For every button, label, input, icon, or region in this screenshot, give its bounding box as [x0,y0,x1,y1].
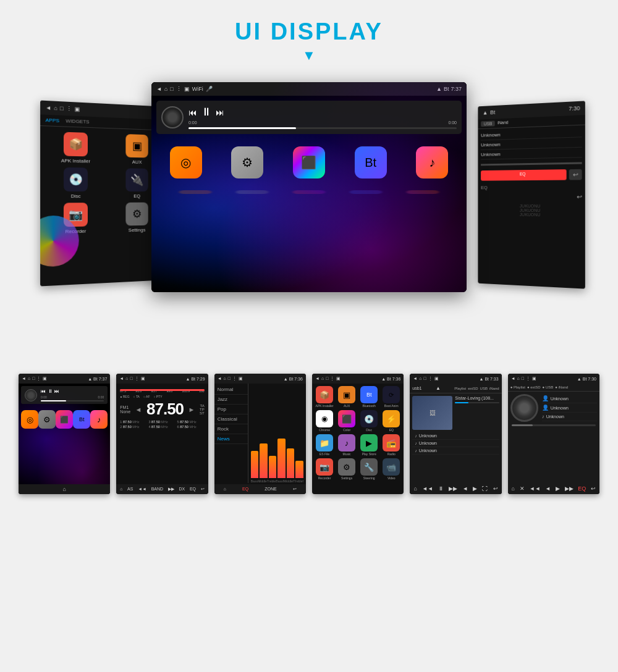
next-btn[interactable]: ▶▶ [168,487,174,492]
music-controls[interactable]: ⏮ ⏸ ⏭ [188,106,457,119]
list-item[interactable]: 🔧 Steering [359,458,379,480]
home-btn[interactable]: ⌂ [413,485,417,492]
pause-btn[interactable]: ⏸ [438,485,444,492]
list-item[interactable]: 📁 ES File [315,434,334,456]
radio-prev-btn[interactable]: ◄ [135,406,142,413]
as-btn[interactable]: AS [127,487,133,492]
radio-thumbnail[interactable]: ◄⌂□⋮▣ ▲Bt7:29 87.5 91.6 95.7 99.8 103.9 … [116,374,208,494]
radio-next-btn[interactable]: ► [188,406,195,413]
media-inand-tab[interactable]: iNand [489,387,499,390]
list-item[interactable]: 📷 Recorder [315,458,334,480]
media-thumbnail[interactable]: ◄⌂□⋮▣ ▲Bt7:33 usb1 ▲ Playlist extSD USB … [410,374,501,494]
rew-btn[interactable]: ◄ [545,485,551,492]
nav-icon-small[interactable]: ◎ [21,410,38,429]
left-screen: ◄ ⌂ □ ⋮ ▣ 7:30 APPS WIDGETS 📦 APK I [40,101,169,287]
eq-mode-jazz[interactable]: Jazz [214,395,248,405]
list-item[interactable]: 📦 APK Installer [46,132,105,164]
inand-tab[interactable]: ● iNand [555,385,568,389]
list-item[interactable]: ⬛ Color [337,410,357,432]
color-app-icon[interactable]: ⬛ [281,146,337,178]
list-item[interactable]: 💿 Disc [46,167,105,200]
back-btn[interactable]: ↩ [293,487,297,492]
list-item[interactable]: Unknown [551,406,569,410]
back-button[interactable]: ↩ [569,169,582,180]
music-player-thumbnail[interactable]: ◄⌂□⋮▣ ▲Bt7:30 ● Playlist ● extSD ● USB ●… [508,374,599,494]
list-item[interactable]: ▣ AUX [337,386,357,408]
next-btn[interactable]: ▶▶ [449,485,457,492]
media-extsd-tab[interactable]: extSD [468,387,478,390]
usb-tab[interactable]: ● USB [543,385,554,389]
list-item[interactable]: ⚡ EQ [381,410,401,432]
fullscreen-btn[interactable]: ⛶ [482,485,488,492]
list-item[interactable]: Unknown [546,414,564,419]
list-item[interactable]: 💿 Disc [359,410,379,432]
list-item[interactable]: Unknown [419,441,437,445]
home-btn[interactable]: ⌂ [62,486,66,492]
eq-mode-news[interactable]: News [214,434,248,444]
list-item[interactable]: Bt Bluetooth [359,386,379,408]
widgets-tab[interactable]: WIDGETS [66,118,89,125]
list-item[interactable]: Unknown [551,397,569,401]
apps-thumb-time: 7:36 [392,377,401,381]
prev-btn[interactable]: ◄◄ [529,485,540,492]
list-item[interactable]: ⚙ Settings [337,458,357,480]
prev-btn[interactable]: ◄◄ [138,487,146,492]
home-btn[interactable]: ⌂ [512,485,515,492]
eq-mode-classical[interactable]: Classical [214,414,248,424]
back-btn[interactable]: ↩ [201,487,205,492]
list-item[interactable]: 📦 APK Installer [315,386,334,408]
media-playlist-tab[interactable]: Playlist [454,387,466,390]
music-panel-small: ⏮ ⏸ ⏭ 0:000:00 [21,386,108,404]
bluetooth-app-icon[interactable]: Bt [342,146,399,178]
song-title: Sistar-Loving (108... [455,396,499,400]
extsd-tab[interactable]: ● extSD [527,385,541,389]
list-item[interactable]: 📻 Radio [381,434,401,456]
eq-btn-active[interactable]: EQ [578,485,586,492]
settings-icon-small[interactable]: ⚙ [38,410,56,429]
nav-app-icon[interactable]: ◎ [158,146,214,178]
home-btn[interactable]: ⌂ [224,487,226,492]
band-btn[interactable]: BAND [151,487,163,492]
music-app-icon[interactable]: ♪ [404,146,460,178]
eq-mode-normal[interactable]: Normal [214,385,248,395]
eq-btn-active[interactable]: EQ [242,487,248,492]
color-icon-small[interactable]: ⬛ [56,410,73,429]
right-screen: ▲ Bt 7:30 USB iNand Unknown Unknown [478,101,585,288]
music-icon-small[interactable]: ♪ [90,410,108,429]
back-btn[interactable]: ↩ [591,485,596,492]
list-item[interactable]: ⟳ Boot Anim [381,386,401,408]
media-thumb-time: 7:33 [490,377,499,381]
eq-button[interactable]: EQ [481,169,567,180]
back-icon[interactable]: ↩ [478,192,585,201]
radio-frequency-display: 87.50 [146,400,184,419]
list-item[interactable]: ♪ Music [337,434,357,456]
eq-mode-pop[interactable]: Pop [214,405,248,414]
zone-btn[interactable]: ZONE [265,487,276,492]
playlist-tab[interactable]: ● Playlist [510,385,525,389]
next-btn[interactable]: ▶▶ [565,485,574,492]
prev-btn[interactable]: ◄◄ [422,485,433,492]
back-btn[interactable]: ↩ [493,485,498,492]
list-item[interactable]: 📹 Video [381,458,401,480]
rew-btn[interactable]: ◄ [462,485,468,492]
media-usb-tab[interactable]: USB [480,387,488,390]
dx-btn[interactable]: DX [179,487,185,492]
bt-icon-small[interactable]: Bt [73,410,90,429]
list-item[interactable]: ▶ Play Store [359,434,379,456]
list-item[interactable]: Unknown [419,448,437,453]
list-item[interactable]: Unknown [481,148,582,160]
apps-thumbnail[interactable]: ◄⌂□⋮▣ ▲Bt7:36 📦 APK Installer ▣ AUX Bt B… [312,374,404,494]
music-thumbnail[interactable]: ◄⌂□⋮▣ ▲Bt7:37 ⏮ ⏸ ⏭ 0:000:00 [19,374,110,494]
fwd-btn[interactable]: ▶ [556,485,560,492]
apps-tab[interactable]: APPS [46,117,59,124]
eq-btn[interactable]: EQ [190,487,196,492]
eq-thumbnail[interactable]: ◄⌂□⋮▣ ▲Bt7:36 Normal Jazz Pop Classical … [214,374,306,494]
eq-mode-rock[interactable]: Rock [214,424,248,434]
list-item[interactable]: Unknown [419,434,437,438]
close-btn[interactable]: ✕ [520,485,525,492]
list-item[interactable]: ◉ Chrome [315,410,334,432]
home-btn[interactable]: ⌂ [120,487,122,492]
fwd-btn[interactable]: ▶ [473,485,477,492]
settings-app-icon[interactable]: ⚙ [219,146,276,178]
right-time: 7:30 [569,105,580,112]
